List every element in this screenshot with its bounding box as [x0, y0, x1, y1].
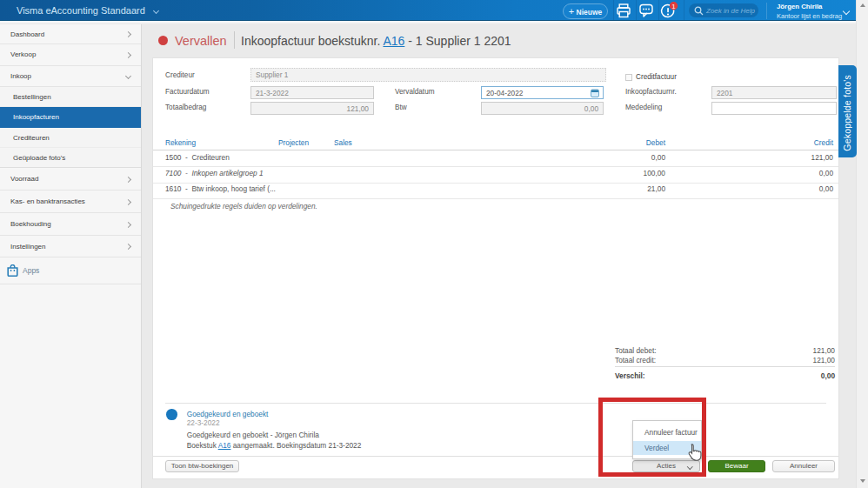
svg-text:1: 1 [671, 3, 676, 10]
